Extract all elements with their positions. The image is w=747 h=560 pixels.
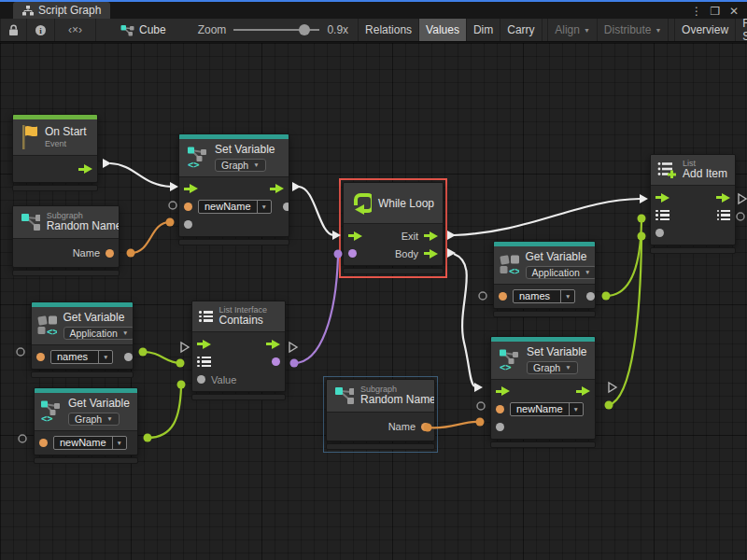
list-in-port[interactable] xyxy=(655,210,669,221)
flow-in-port[interactable] xyxy=(655,193,669,203)
variable-name-port[interactable] xyxy=(499,292,507,301)
zoom-slider-handle[interactable] xyxy=(299,24,310,35)
chevron-down-icon: ▼ xyxy=(106,415,112,422)
variable-scope-dropdown[interactable]: Graph ▼ xyxy=(68,413,120,426)
node-set-variable-1[interactable]: <> Set Variable Graph ▼ newName ▼ xyxy=(178,133,289,245)
zoom-slider[interactable] xyxy=(233,24,319,35)
node-footer xyxy=(650,247,736,254)
fullscreen-button[interactable]: Full Screen xyxy=(735,19,747,41)
body-out-port[interactable] xyxy=(424,249,438,259)
flow-out-port[interactable] xyxy=(78,164,92,174)
flow-out-port[interactable] xyxy=(266,340,280,349)
relations-button[interactable]: Relations xyxy=(358,19,418,41)
value-out-port[interactable] xyxy=(283,203,289,211)
variable-name-dropdown[interactable]: newName ▼ xyxy=(53,436,127,450)
variable-name-port[interactable] xyxy=(36,353,45,361)
svg-text:<>: <> xyxy=(500,361,512,371)
flow-in-port[interactable] xyxy=(197,340,211,349)
name-out-port[interactable] xyxy=(421,423,430,431)
node-title: Contains xyxy=(219,315,268,328)
tab-title: Script Graph xyxy=(38,4,101,17)
exit-out-port[interactable] xyxy=(424,231,438,241)
node-subgraph-random-name-2[interactable]: Subgraph Random Name Name xyxy=(326,379,435,450)
get-variable-icon: <> xyxy=(500,254,519,276)
graph-reference[interactable]: Cube xyxy=(120,19,166,41)
variable-scope-dropdown[interactable]: Application ▼ xyxy=(526,266,596,279)
flag-icon xyxy=(20,124,38,150)
node-set-variable-2[interactable]: <> Set Variable Graph ▼ newName ▼ xyxy=(490,336,596,448)
variable-name-dropdown[interactable]: newName ▼ xyxy=(198,200,272,214)
value-in-port[interactable] xyxy=(496,423,504,431)
variable-scope-dropdown[interactable]: Application ▼ xyxy=(63,327,134,340)
flow-out-port[interactable] xyxy=(576,386,590,396)
get-variable-icon: <> xyxy=(40,400,62,423)
node-title: Get Variable xyxy=(526,251,589,264)
overview-button[interactable]: Overview xyxy=(674,19,735,41)
selection-outline-blue: Subgraph Random Name Name xyxy=(323,376,438,453)
item-in-port[interactable] xyxy=(655,229,664,237)
code-toggle-icon: ‹×› xyxy=(68,23,82,36)
carry-button[interactable]: Carry xyxy=(500,19,542,41)
flow-in-port[interactable] xyxy=(348,231,362,241)
svg-text:<>: <> xyxy=(47,326,57,337)
zoom-label: Zoom xyxy=(198,23,227,36)
chevron-down-icon: ▼ xyxy=(565,364,571,371)
node-title: Add Item xyxy=(683,168,727,181)
result-out-port[interactable] xyxy=(272,357,280,366)
flow-in-port[interactable] xyxy=(184,184,198,193)
node-footer xyxy=(191,394,286,400)
window-menu-icon[interactable]: ⋮ xyxy=(689,5,704,18)
value-out-port[interactable] xyxy=(595,405,596,413)
variable-name-port[interactable] xyxy=(39,439,48,447)
flow-in-port[interactable] xyxy=(496,386,510,396)
node-add-item[interactable]: List Add Item xyxy=(650,154,736,254)
node-get-variable-graph-1[interactable]: <> Get Variable Graph ▼ newName ▼ xyxy=(34,387,138,464)
port-label-name: Name xyxy=(73,247,100,259)
node-on-start[interactable]: On Start Event xyxy=(12,114,98,191)
variable-name-dropdown[interactable]: names ▼ xyxy=(50,350,113,364)
node-title: On Start xyxy=(45,126,87,139)
values-button[interactable]: Values xyxy=(418,19,466,41)
variable-scope-dropdown[interactable]: Graph ▼ xyxy=(527,361,578,374)
name-out-port[interactable] xyxy=(106,249,114,258)
maximize-icon[interactable]: ❒ xyxy=(708,5,723,18)
port-label-body: Body xyxy=(395,248,418,259)
while-loop-icon xyxy=(352,191,372,216)
variable-name-dropdown[interactable]: names ▼ xyxy=(513,289,575,303)
svg-text:<>: <> xyxy=(188,159,200,169)
chevron-down-icon: ▼ xyxy=(585,269,590,275)
close-icon[interactable]: ✕ xyxy=(726,5,741,18)
node-title: Get Variable xyxy=(68,398,130,411)
variable-name-dropdown[interactable]: newName ▼ xyxy=(510,402,584,416)
port-label-exit: Exit xyxy=(402,231,418,242)
selection-outline-red: While Loop Exit Body xyxy=(339,178,447,278)
flow-out-port[interactable] xyxy=(270,184,284,193)
list-in-port[interactable] xyxy=(197,357,211,368)
node-get-variable-application-1[interactable]: <> Get Variable Application ▼ names ▼ xyxy=(31,301,134,378)
graph-tab-icon xyxy=(22,6,34,16)
svg-text:<>: <> xyxy=(509,265,519,276)
node-subgraph-random-name-1[interactable]: Subgraph Random Name Name xyxy=(12,205,120,276)
lock-button[interactable] xyxy=(0,19,27,41)
value-in-port[interactable] xyxy=(197,375,205,384)
variable-scope-dropdown[interactable]: Graph ▼ xyxy=(215,159,266,172)
dim-button[interactable]: Dim xyxy=(466,19,500,41)
value-out-port[interactable] xyxy=(124,353,133,361)
variable-name-port[interactable] xyxy=(184,203,192,211)
condition-in-port[interactable] xyxy=(348,249,357,258)
tab-script-graph[interactable]: Script Graph xyxy=(13,2,110,19)
info-icon: i xyxy=(35,24,47,36)
value-in-port[interactable] xyxy=(184,220,192,229)
info-button[interactable]: i xyxy=(27,19,55,41)
list-icon xyxy=(199,311,213,322)
node-get-variable-application-2[interactable]: <> Get Variable Application ▼ names ▼ xyxy=(493,241,596,317)
node-contains[interactable]: List Interface Contains Value xyxy=(191,301,286,400)
variable-name-port[interactable] xyxy=(496,405,504,413)
list-out-port[interactable] xyxy=(717,210,731,221)
flow-out-port[interactable] xyxy=(716,193,730,203)
script-graph-window: Script Graph ⋮ ❒ ✕ i ‹×› xyxy=(0,0,747,560)
value-out-port[interactable] xyxy=(586,292,595,301)
set-variable-icon: <> xyxy=(499,349,520,371)
node-while-loop[interactable]: While Loop Exit Body xyxy=(343,182,444,274)
code-toggle-button[interactable]: ‹×› xyxy=(55,19,96,41)
